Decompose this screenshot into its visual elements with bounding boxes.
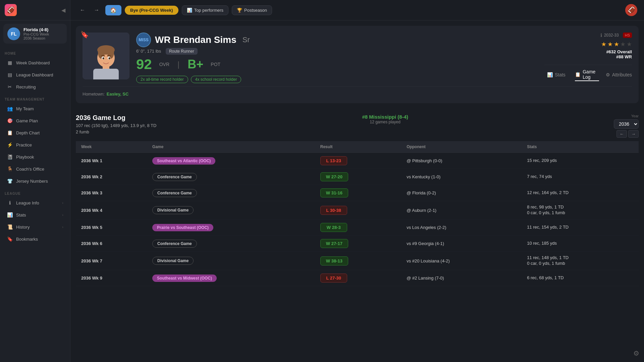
- game-pill: Southeast vs Atlantic (OOC): [152, 157, 215, 165]
- gamelog-summary-2: 2 fumb: [76, 129, 156, 134]
- stats-cell: 7 rec, 74 yds: [522, 169, 639, 185]
- player-class: Sr: [243, 36, 250, 44]
- game-pill: Conference Game: [152, 240, 197, 248]
- table-row[interactable]: 2036 Wk 3Conference GameW 31-16@ Florida…: [76, 185, 639, 201]
- sidebar-item-league-dashboard[interactable]: ▤ League Dashboard: [2, 69, 68, 80]
- chevron-right-icon: ›: [62, 201, 63, 205]
- top-performers-icon: 📊: [187, 8, 192, 13]
- opponent-cell: vs Los Angeles (2-2): [401, 220, 522, 236]
- forward-button[interactable]: →: [91, 6, 102, 14]
- year-prev-button[interactable]: ←: [616, 130, 627, 138]
- team-card[interactable]: FL Florida (4-8) Pre-CCG Week 2036 Seaso…: [3, 24, 67, 44]
- sidebar-item-jersey-numbers[interactable]: 👕 Jersey Numbers: [2, 175, 68, 187]
- gamelog-center: #8 Mississippi (8-4) 12 games played: [362, 114, 408, 124]
- sidebar-item-label: Playbook: [16, 155, 34, 160]
- team-avatar: FL: [7, 27, 20, 40]
- sidebar-item-label: Bookmarks: [16, 237, 38, 242]
- main-content: ← → 🏠 Bye (Pre-CCG Week) 📊 Top performer…: [70, 0, 644, 362]
- sidebar-item-my-team[interactable]: 👥 My Team: [2, 103, 68, 114]
- sidebar-item-week-dashboard[interactable]: ▦ Week Dashboard: [2, 57, 68, 68]
- week-cell: 2036 Wk 5: [76, 220, 147, 236]
- stats-tab-icon: 📊: [547, 72, 553, 77]
- postseason-button[interactable]: 🏆 Postseason: [232, 5, 272, 15]
- settings-icon[interactable]: ⚙: [633, 350, 639, 357]
- sidebar-item-bookmarks[interactable]: 🔖 Bookmarks: [2, 233, 68, 245]
- game-plan-icon: 🎯: [7, 118, 13, 123]
- player-pot: B+: [187, 57, 203, 71]
- result-pill: L 27-30: [320, 274, 347, 283]
- player-weight: 171 lbs: [147, 49, 161, 54]
- week-cell: 2036 Wk 6: [76, 236, 147, 252]
- sidebar-item-coaches-office[interactable]: 🪑 Coach's Office: [2, 163, 68, 175]
- year-select[interactable]: 2036 2035 2034: [614, 119, 639, 129]
- result-cell: W 28-3: [315, 220, 401, 236]
- sidebar-item-depth-chart[interactable]: 📋 Depth Chart: [2, 127, 68, 138]
- playbook-icon: 📓: [7, 154, 13, 160]
- player-details: 6' 0", 171 lbs Route Runner: [136, 49, 538, 54]
- stars-row: ★ ★ ★ ★ ★: [601, 41, 632, 48]
- gamelog-summary-1: 107 rec (150 tgt), 1489 yds, 13.9 y/r, 8…: [76, 123, 156, 128]
- hometown-value: Easley, SC: [107, 92, 129, 97]
- game-pill: Divisional Game: [152, 257, 194, 265]
- game-pill: Southeast vs Midwest (OOC): [152, 275, 217, 282]
- game-cell: Prairie vs Southeast (OOC): [147, 220, 315, 236]
- table-row[interactable]: 2036 Wk 4Divisional GameL 30-38@ Auburn …: [76, 201, 639, 220]
- result-cell: L 30-38: [315, 201, 401, 220]
- sidebar-item-label: Coach's Office: [16, 167, 44, 172]
- jersey-numbers-icon: 👕: [7, 178, 13, 184]
- player-avatar: [83, 33, 129, 79]
- sidebar-item-league-info[interactable]: ℹ League Info ›: [2, 197, 68, 208]
- gamelog-section: 2036 Game Log 107 rec (150 tgt), 1489 yd…: [76, 109, 639, 286]
- back-button[interactable]: ←: [77, 6, 88, 14]
- sidebar-item-practice[interactable]: ⚡ Practice: [2, 139, 68, 150]
- table-row[interactable]: 2036 Wk 7Divisional GameW 38-13vs #20 Lo…: [76, 252, 639, 270]
- attributes-tab-label: Attributes: [612, 72, 632, 77]
- result-cell: L 27-30: [315, 270, 401, 286]
- top-performers-label: Top performers: [194, 8, 223, 13]
- stats-cell: 8 rec, 98 yds, 1 TD0 car, 0 yds, 1 fumb: [522, 201, 639, 220]
- table-row[interactable]: 2036 Wk 9Southeast vs Midwest (OOC)L 27-…: [76, 270, 639, 286]
- result-cell: W 38-13: [315, 252, 401, 270]
- tab-stats[interactable]: 📊 Stats: [544, 72, 569, 78]
- col-week: Week: [76, 141, 147, 153]
- table-row[interactable]: 2036 Wk 2Conference GameW 27-20vs Kentuc…: [76, 169, 639, 185]
- table-row[interactable]: 2036 Wk 5Prairie vs Southeast (OOC)W 28-…: [76, 220, 639, 236]
- bye-week-button[interactable]: Bye (Pre-CCG Week): [125, 6, 178, 15]
- player-avatar-wrap: 🔖: [83, 33, 129, 79]
- result-cell: L 13-23: [315, 153, 401, 169]
- settings-area: ⚙: [633, 349, 639, 357]
- gamelog-left: 2036 Game Log 107 rec (150 tgt), 1489 yd…: [76, 114, 156, 134]
- home-button[interactable]: 🏠: [105, 5, 121, 15]
- sidebar-item-history[interactable]: 📜 History ›: [2, 221, 68, 233]
- hometown-label: Hometown:: [83, 92, 105, 97]
- sidebar-collapse-button[interactable]: ◀: [61, 7, 65, 13]
- stat-line: 0 car, 0 yds, 1 fumb: [527, 210, 633, 215]
- week-cell: 2036 Wk 2: [76, 169, 147, 185]
- topbar: ← → 🏠 Bye (Pre-CCG Week) 📊 Top performer…: [70, 0, 644, 20]
- top-performers-button[interactable]: 📊 Top performers: [182, 5, 228, 15]
- gamelog-tab-label: Game Log: [583, 69, 599, 80]
- sidebar-item-recruiting[interactable]: ✂ Recruiting: [2, 81, 68, 93]
- player-illustration: [83, 33, 129, 79]
- table-row[interactable]: 2036 Wk 1Southeast vs Atlantic (OOC)L 13…: [76, 153, 639, 169]
- sidebar-item-label: Week Dashboard: [16, 60, 50, 65]
- chevron-right-icon: ›: [62, 213, 63, 217]
- opponent-cell: vs Kentucky (1-0): [401, 169, 522, 185]
- col-result: Result: [315, 141, 401, 153]
- team-season: 2036 Season: [23, 36, 63, 40]
- year-next-button[interactable]: →: [628, 130, 639, 138]
- sidebar-item-playbook[interactable]: 📓 Playbook: [2, 151, 68, 163]
- bookmark-button[interactable]: 🔖: [80, 31, 89, 39]
- history-icon: 📜: [7, 224, 13, 230]
- opponent-cell: @ Auburn (2-1): [401, 201, 522, 220]
- tab-attributes[interactable]: ⚙ Attributes: [606, 72, 632, 78]
- league-info-icon: ℹ: [7, 200, 13, 205]
- table-row[interactable]: 2036 Wk 6Conference GameW 27-17vs #9 Geo…: [76, 236, 639, 252]
- result-pill: W 27-20: [320, 172, 348, 181]
- sidebar-item-stats[interactable]: 📊 Stats ›: [2, 209, 68, 221]
- week-cell: 2036 Wk 9: [76, 270, 147, 286]
- year-selector: Year 2036 2035 2034 ← →: [614, 114, 639, 138]
- tab-game-log[interactable]: 📋 Game Log: [575, 69, 599, 81]
- games-played: 12 games played: [362, 120, 408, 124]
- sidebar-item-game-plan[interactable]: 🎯 Game Plan: [2, 115, 68, 126]
